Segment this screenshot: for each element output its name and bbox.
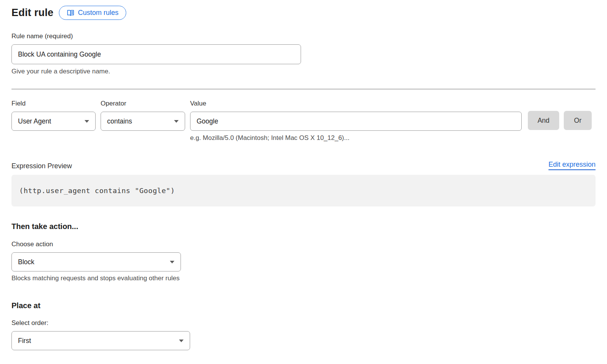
action-section: Then take action... Choose action Block … — [11, 222, 596, 282]
open-book-icon — [67, 9, 75, 17]
chevron-down-icon — [174, 120, 179, 123]
operator-label: Operator — [101, 100, 185, 107]
edit-expression-link[interactable]: Edit expression — [548, 161, 596, 170]
field-select-value: User Agent — [18, 117, 51, 125]
custom-rules-button[interactable]: Custom rules — [59, 6, 126, 20]
value-helper: e.g. Mozilla/5.0 (Macintosh; Intel Mac O… — [190, 134, 522, 142]
choose-action-label: Choose action — [11, 240, 596, 248]
operator-select-value: contains — [107, 117, 132, 125]
custom-rules-button-label: Custom rules — [78, 9, 119, 17]
expression-preview-label: Expression Preview — [11, 162, 72, 170]
or-button[interactable]: Or — [564, 111, 592, 130]
action-select-value: Block — [18, 258, 34, 266]
action-select[interactable]: Block — [11, 252, 181, 271]
expression-preview-code-block: (http.user_agent contains "Google") — [11, 175, 596, 206]
field-label: Field — [11, 100, 96, 107]
expression-code: (http.user_agent contains "Google") — [19, 187, 175, 195]
order-select-value: First — [18, 337, 31, 345]
action-heading: Then take action... — [11, 222, 596, 231]
chevron-down-icon — [179, 340, 184, 342]
order-select[interactable]: First — [11, 331, 190, 350]
placement-section: Place at Select order: First — [11, 301, 596, 350]
select-order-label: Select order: — [11, 319, 596, 327]
and-button[interactable]: And — [528, 111, 559, 130]
value-input[interactable] — [190, 112, 522, 131]
condition-section: Field User Agent Operator contains Value… — [11, 100, 596, 142]
section-divider — [11, 89, 596, 89]
chevron-down-icon — [85, 120, 89, 123]
page-header: Edit rule Custom rules — [11, 6, 596, 20]
rule-name-helper: Give your rule a descriptive name. — [11, 68, 596, 75]
action-helper: Blocks matching requests and stops evalu… — [11, 275, 596, 282]
rule-name-input[interactable] — [11, 44, 301, 64]
field-select[interactable]: User Agent — [11, 112, 96, 131]
place-at-heading: Place at — [11, 301, 596, 310]
value-label: Value — [190, 100, 522, 107]
expression-section: Expression Preview Edit expression (http… — [11, 161, 596, 206]
rule-name-section: Rule name (required) Give your rule a de… — [11, 32, 596, 75]
page-title: Edit rule — [11, 7, 54, 19]
operator-select[interactable]: contains — [101, 112, 185, 131]
rule-name-label: Rule name (required) — [11, 32, 596, 40]
chevron-down-icon — [170, 261, 174, 263]
